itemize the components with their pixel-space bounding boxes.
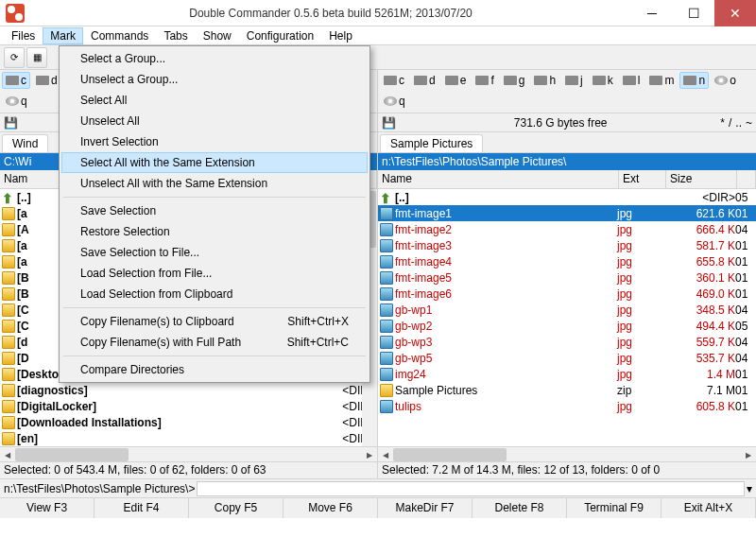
menu-item[interactable]: Unselect All with the Same Extension bbox=[61, 173, 368, 194]
drive-m[interactable]: m bbox=[645, 72, 678, 89]
scroll-left-icon[interactable]: ◀ bbox=[378, 447, 393, 462]
menu-item[interactable]: Invert Selection bbox=[61, 131, 368, 152]
menu-item[interactable]: Load Selection from File... bbox=[61, 263, 368, 284]
drive-o[interactable]: o bbox=[711, 72, 740, 89]
drive-icon[interactable]: 💾 bbox=[382, 116, 401, 130]
menu-item[interactable]: Copy Filename(s) with Full PathShift+Ctr… bbox=[61, 332, 368, 353]
file-row[interactable]: fmt-image4jpg655.8 K01 bbox=[378, 253, 756, 269]
right-hscroll[interactable]: ◀ ▶ bbox=[378, 446, 756, 461]
menu-item[interactable]: Save Selection to File... bbox=[61, 242, 368, 263]
drive-k[interactable]: k bbox=[589, 72, 617, 89]
file-date: 04 bbox=[735, 223, 754, 236]
menu-configuration[interactable]: Configuration bbox=[239, 27, 321, 44]
root-button[interactable]: / bbox=[729, 116, 731, 130]
drive-c[interactable]: c bbox=[2, 72, 30, 89]
menu-show[interactable]: Show bbox=[196, 27, 239, 44]
file-row[interactable]: tulipsjpg605.8 K01 bbox=[378, 398, 756, 414]
fnkey-makedir[interactable]: MakeDir F7 bbox=[378, 498, 472, 518]
close-button[interactable]: ✕ bbox=[714, 0, 756, 26]
refresh-button[interactable]: ⟳ bbox=[4, 47, 25, 68]
drive-icon bbox=[36, 76, 49, 85]
file-row[interactable]: gb-wp3jpg559.7 K04 bbox=[378, 334, 756, 350]
drive-icon[interactable]: 💾 bbox=[4, 116, 23, 130]
file-row[interactable]: gb-wp2jpg494.4 K05 bbox=[378, 318, 756, 334]
fnkey-delete[interactable]: Delete F8 bbox=[472, 498, 567, 518]
drive-q[interactable]: q bbox=[2, 93, 31, 110]
menu-item[interactable]: Unselect All bbox=[61, 111, 368, 131]
drive-icon bbox=[414, 76, 427, 85]
file-row[interactable]: [DigitalLocker]<DIR> bbox=[0, 398, 377, 414]
home-button[interactable]: ~ bbox=[746, 116, 752, 130]
file-row[interactable]: ⬆[..]<DIR>05 bbox=[378, 189, 756, 205]
drive-l[interactable]: l bbox=[619, 72, 644, 89]
drive-q[interactable]: q bbox=[380, 93, 409, 110]
menu-item[interactable]: Select All with the Same Extension bbox=[61, 152, 368, 173]
file-row[interactable]: gb-wp5jpg535.7 K04 bbox=[378, 350, 756, 366]
fnkey-view[interactable]: View F3 bbox=[0, 498, 94, 518]
col-size[interactable]: Size bbox=[666, 170, 737, 188]
scroll-right-icon[interactable]: ▶ bbox=[362, 447, 377, 462]
drive-f[interactable]: f bbox=[472, 72, 497, 89]
menu-item[interactable]: Select a Group... bbox=[61, 48, 368, 69]
favorites-button[interactable]: * bbox=[720, 116, 725, 130]
dropdown-icon[interactable]: ▾ bbox=[747, 482, 752, 495]
file-row[interactable]: img24jpg1.4 M01 bbox=[378, 366, 756, 382]
minimize-button[interactable]: ─ bbox=[631, 0, 673, 26]
menu-item[interactable]: Select All bbox=[61, 90, 368, 111]
drive-label: g bbox=[519, 74, 525, 87]
drive-c[interactable]: c bbox=[380, 72, 408, 89]
tool-button[interactable]: ▦ bbox=[26, 47, 47, 68]
file-row[interactable]: [diagnostics]<DIR> bbox=[0, 382, 377, 398]
fnkey-exit[interactable]: Exit Alt+X bbox=[662, 498, 756, 518]
file-row[interactable]: Sample Pictureszip7.1 M01 bbox=[378, 382, 756, 398]
file-row[interactable]: gb-wp1jpg348.5 K04 bbox=[378, 302, 756, 318]
left-hscroll[interactable]: ◀ ▶ bbox=[0, 446, 377, 461]
drive-g[interactable]: g bbox=[500, 72, 529, 89]
menu-commands[interactable]: Commands bbox=[83, 27, 156, 44]
col-name[interactable]: Name bbox=[378, 170, 619, 188]
drive-j[interactable]: j bbox=[561, 72, 587, 89]
file-row[interactable]: [en]<DIR> bbox=[0, 430, 377, 446]
menu-tabs[interactable]: Tabs bbox=[156, 27, 195, 44]
file-size: 605.8 K bbox=[664, 400, 735, 413]
up-button[interactable]: .. bbox=[735, 116, 742, 130]
fnkey-terminal[interactable]: Terminal F9 bbox=[567, 498, 662, 518]
cmdline-input[interactable] bbox=[197, 481, 745, 496]
folder-icon bbox=[2, 368, 15, 381]
fnkey-move[interactable]: Move F6 bbox=[284, 498, 378, 518]
maximize-button[interactable]: ☐ bbox=[673, 0, 714, 26]
folder-icon bbox=[2, 271, 15, 285]
menu-item[interactable]: Copy Filename(s) to ClipboardShift+Ctrl+… bbox=[61, 311, 368, 332]
col-ext[interactable]: Ext bbox=[619, 170, 666, 188]
left-status: Selected: 0 of 543.4 M, files: 0 of 62, … bbox=[0, 461, 377, 478]
right-tab[interactable]: Sample Pictures bbox=[380, 134, 483, 152]
file-row[interactable]: fmt-image3jpg581.7 K01 bbox=[378, 237, 756, 253]
menu-item[interactable]: Load Selection from Clipboard bbox=[61, 284, 368, 304]
file-row[interactable]: fmt-image1jpg621.6 K01 bbox=[378, 205, 756, 221]
menu-mark[interactable]: Mark bbox=[43, 27, 83, 44]
menu-item[interactable]: Unselect a Group... bbox=[61, 69, 368, 90]
right-path[interactable]: n:\TestFiles\Photos\Sample Pictures\ bbox=[378, 153, 756, 170]
fnkey-copy[interactable]: Copy F5 bbox=[189, 498, 284, 518]
col-date[interactable] bbox=[737, 170, 756, 188]
drive-n[interactable]: n bbox=[679, 72, 709, 89]
left-tab[interactable]: Wind bbox=[2, 134, 48, 152]
file-row[interactable]: [Downloaded Installations]<DIR> bbox=[0, 414, 377, 430]
menu-item-shortcut: Shift+Ctrl+C bbox=[287, 336, 349, 349]
file-row[interactable]: fmt-image2jpg666.4 K04 bbox=[378, 221, 756, 237]
right-file-list[interactable]: ⬆[..]<DIR>05fmt-image1jpg621.6 K01fmt-im… bbox=[378, 189, 756, 446]
menu-help[interactable]: Help bbox=[321, 27, 360, 44]
menu-files[interactable]: Files bbox=[4, 27, 43, 44]
scroll-right-icon[interactable]: ▶ bbox=[741, 447, 756, 462]
file-row[interactable]: fmt-image6jpg469.0 K01 bbox=[378, 286, 756, 302]
drive-h[interactable]: h bbox=[530, 72, 559, 89]
drive-e[interactable]: e bbox=[441, 72, 471, 89]
menu-item[interactable]: Compare Directories bbox=[61, 359, 368, 380]
scroll-left-icon[interactable]: ◀ bbox=[0, 447, 15, 462]
drive-d[interactable]: d bbox=[410, 72, 439, 89]
fnkey-edit[interactable]: Edit F4 bbox=[94, 498, 189, 518]
drive-d[interactable]: d bbox=[32, 72, 61, 89]
menu-item[interactable]: Restore Selection bbox=[61, 221, 368, 242]
menu-item[interactable]: Save Selection bbox=[61, 200, 368, 221]
file-row[interactable]: fmt-image5jpg360.1 K01 bbox=[378, 269, 756, 286]
